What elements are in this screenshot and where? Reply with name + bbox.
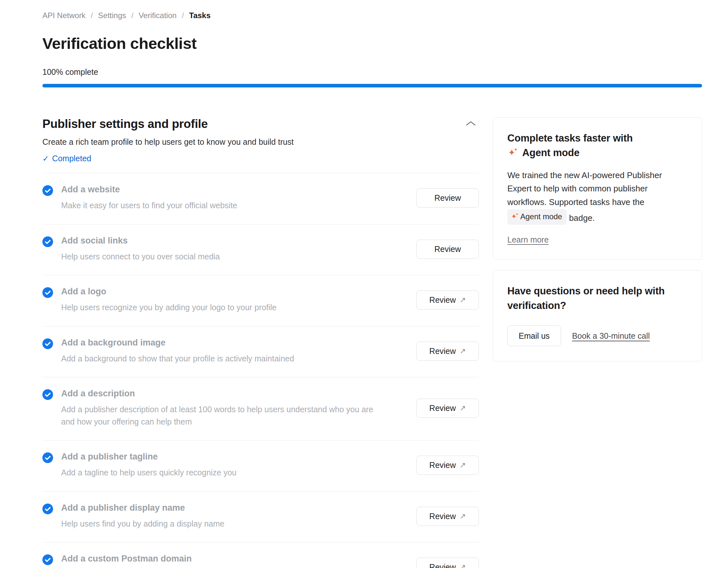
external-arrow-icon: ↗: [460, 405, 466, 412]
task-description: Help users find you by adding a display …: [61, 518, 224, 530]
task-row-add-publisher-display-name: Add a publisher display name Help users …: [42, 492, 479, 543]
task-description: Help users recognize you by adding your …: [61, 302, 277, 314]
task-title: Add a background image: [61, 338, 294, 348]
review-button[interactable]: Review ↗: [416, 456, 479, 475]
task-title: Add social links: [61, 236, 220, 246]
sparkle-icon: [507, 147, 518, 158]
learn-more-link[interactable]: Learn more: [507, 235, 549, 244]
task-completed-check-icon: [42, 287, 53, 298]
progress-bar-fill: [42, 84, 702, 87]
page-title: Verification checklist: [42, 34, 702, 52]
breadcrumb-item-verification[interactable]: Verification: [138, 11, 176, 20]
help-card: Have questions or need help with verific…: [493, 270, 702, 362]
progress-label: 100% complete: [42, 67, 702, 77]
task-row-add-social-links: Add social links Help users connect to y…: [42, 224, 479, 275]
help-card-title: Have questions or need help with verific…: [507, 284, 688, 313]
review-button[interactable]: Review ↗: [416, 399, 479, 418]
task-description: Add a publisher description of at least …: [61, 404, 385, 428]
review-button-label: Review: [429, 404, 456, 413]
external-arrow-icon: ↗: [460, 462, 466, 469]
book-call-link[interactable]: Book a 30-minute call: [572, 331, 650, 341]
task-completed-check-icon: [42, 554, 53, 565]
publisher-status-label: Completed: [52, 154, 91, 163]
review-button[interactable]: Review ↗: [416, 507, 479, 526]
external-arrow-icon: ↗: [460, 348, 466, 355]
task-row-add-description: Add a description Add a publisher descri…: [42, 377, 479, 440]
review-button-label: Review: [435, 193, 461, 203]
external-arrow-icon: ↗: [460, 563, 466, 568]
review-button-label: Review: [429, 562, 456, 568]
external-arrow-icon: ↗: [460, 296, 466, 304]
task-title: Add a description: [61, 389, 385, 399]
publisher-section-status[interactable]: ✓ Completed: [42, 154, 479, 163]
checklist-main-column: Publisher settings and profile Create a …: [42, 117, 479, 568]
review-button[interactable]: Review ↗: [416, 188, 479, 207]
collapse-section-button[interactable]: [463, 118, 479, 130]
publisher-section-subtitle: Create a rich team profile to help users…: [42, 137, 479, 147]
checklist-sidebar: Complete tasks faster with Agent mode We…: [493, 117, 702, 362]
agent-card-title-line2: Agent mode: [522, 146, 579, 160]
task-row-add-publisher-tagline: Add a publisher tagline Add a tagline to…: [42, 440, 479, 492]
breadcrumb-item-settings[interactable]: Settings: [98, 11, 126, 20]
external-arrow-icon: ↗: [460, 513, 466, 520]
review-button[interactable]: Review ↗: [416, 558, 479, 568]
task-title: Add a logo: [61, 287, 277, 297]
agent-card-body-before: We trained the new AI-powered Publisher …: [507, 170, 662, 207]
publisher-section-header: Publisher settings and profile Create a …: [42, 117, 479, 173]
task-completed-check-icon: [42, 389, 53, 400]
review-button[interactable]: Review ↗: [416, 291, 479, 310]
agent-mode-card-body: We trained the new AI-powered Publisher …: [507, 169, 688, 225]
breadcrumb: API Network / Settings / Verification / …: [42, 11, 702, 20]
chevron-up-icon: [465, 122, 476, 127]
breadcrumb-separator: /: [182, 11, 184, 20]
task-completed-check-icon: [42, 185, 53, 196]
review-button-label: Review: [429, 295, 456, 305]
review-button[interactable]: Review ↗: [416, 342, 479, 361]
agent-card-title-line1: Complete tasks faster with: [507, 132, 633, 144]
agent-mode-badge-label: Agent mode: [520, 210, 562, 223]
email-us-button[interactable]: Email us: [507, 326, 561, 346]
review-button-label: Review: [435, 244, 461, 254]
breadcrumb-current-tasks: Tasks: [189, 11, 211, 20]
task-completed-check-icon: [42, 339, 53, 349]
task-row-add-website: Add a website Make it easy for users to …: [42, 173, 479, 224]
task-title: Add a publisher display name: [61, 503, 224, 513]
publisher-section-title: Publisher settings and profile: [42, 117, 208, 131]
task-title: Add a publisher tagline: [61, 452, 237, 462]
agent-mode-card: Complete tasks faster with Agent mode We…: [493, 117, 702, 260]
task-title: Add a custom Postman domain: [61, 554, 236, 564]
task-completed-check-icon: [42, 452, 53, 463]
review-button-label: Review: [429, 512, 456, 521]
review-button-label: Review: [429, 461, 456, 470]
task-row-add-background-image: Add a background image Add a background …: [42, 327, 479, 378]
check-icon: ✓: [42, 154, 49, 163]
task-completed-check-icon: [42, 236, 53, 247]
task-row-add-logo: Add a logo Help users recognize you by a…: [42, 275, 479, 327]
review-button-label: Review: [429, 347, 456, 356]
verification-tasks-page: API Network / Settings / Verification / …: [0, 0, 728, 568]
task-description: Add a background to show that your profi…: [61, 353, 294, 365]
breadcrumb-separator: /: [91, 11, 93, 20]
task-description: Add a tagline to help users quickly reco…: [61, 467, 237, 479]
task-description: Make it easy for users to find your offi…: [61, 199, 237, 212]
breadcrumb-item-api-network[interactable]: API Network: [42, 11, 85, 20]
task-row-add-custom-postman-domain: Add a custom Postman domain Add a domain…: [42, 542, 479, 568]
agent-mode-card-title: Complete tasks faster with Agent mode: [507, 131, 688, 160]
task-title: Add a website: [61, 184, 237, 195]
task-description: Help users connect to you over social me…: [61, 250, 220, 263]
review-button[interactable]: Review ↗: [416, 239, 479, 259]
progress-bar: [42, 84, 702, 87]
agent-mode-badge: Agent mode: [507, 209, 567, 225]
task-completed-check-icon: [42, 504, 53, 514]
agent-card-body-after: badge.: [569, 213, 595, 223]
breadcrumb-separator: /: [131, 11, 134, 20]
sparkle-icon: [511, 212, 519, 221]
